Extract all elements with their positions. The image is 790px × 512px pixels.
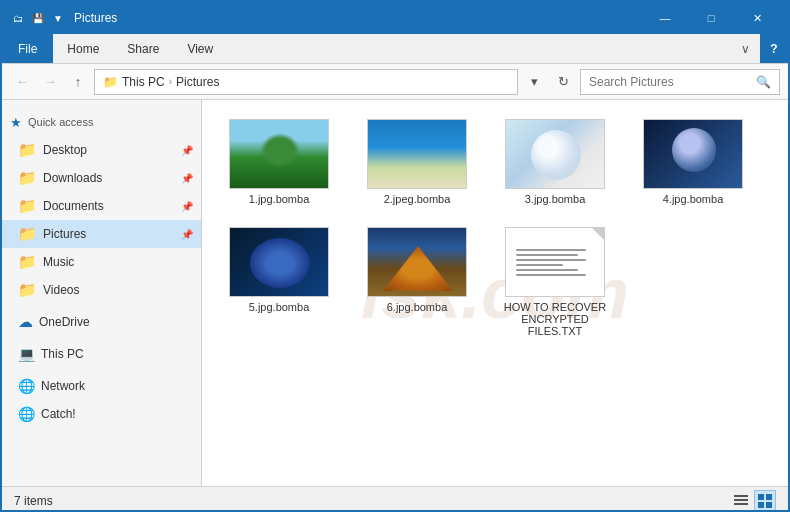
window-title: Pictures: [74, 11, 642, 25]
item-count: 7 items: [14, 494, 730, 508]
home-menu[interactable]: Home: [53, 34, 113, 63]
svg-rect-1: [734, 499, 748, 501]
txt-line: [516, 274, 586, 276]
sidebar-item-network[interactable]: 🌐 Network: [2, 372, 201, 400]
pin-icon-pictures: 📌: [181, 229, 193, 240]
title-bar: 🗂 💾 ▼ Pictures — □ ✕: [2, 2, 788, 34]
sidebar-item-videos[interactable]: 📁 Videos: [2, 276, 201, 304]
txt-line: [516, 249, 586, 251]
minimize-button[interactable]: —: [642, 2, 688, 34]
sidebar: ★ Quick access 📁 Desktop 📌 📁 Downloads 📌…: [2, 100, 202, 486]
status-bar: 7 items: [2, 486, 788, 512]
path-icon: 📁: [103, 75, 118, 89]
svg-rect-4: [766, 494, 772, 500]
path-thispc[interactable]: This PC: [122, 75, 165, 89]
file-label-4: 4.jpg.bomba: [663, 193, 724, 205]
up-button[interactable]: ↑: [66, 70, 90, 94]
sidebar-item-documents[interactable]: 📁 Documents 📌: [2, 192, 201, 220]
txt-icon: [505, 227, 605, 297]
file-label-2: 2.jpeg.bomba: [384, 193, 451, 205]
txt-line: [516, 254, 578, 256]
tile-view-button[interactable]: [754, 490, 776, 512]
txt-line: [516, 269, 578, 271]
folder-music-icon: 📁: [18, 253, 37, 271]
svg-rect-3: [758, 494, 764, 500]
file-item-2[interactable]: 2.jpeg.bomba: [352, 112, 482, 212]
thumbnail-6: [367, 227, 467, 297]
file-item-3[interactable]: 3.jpg.bomba: [490, 112, 620, 212]
save-icon: 💾: [30, 10, 46, 26]
folder-pictures-icon: 📁: [18, 225, 37, 243]
address-path[interactable]: 📁 This PC › Pictures: [94, 69, 518, 95]
search-icon[interactable]: 🔍: [756, 75, 771, 89]
sidebar-item-onedrive[interactable]: ☁ OneDrive: [2, 308, 201, 336]
view-buttons: [730, 490, 776, 512]
folder-downloads-icon: 📁: [18, 169, 37, 187]
share-menu[interactable]: Share: [113, 34, 173, 63]
main-layout: ★ Quick access 📁 Desktop 📌 📁 Downloads 📌…: [2, 100, 788, 486]
sidebar-item-thispc[interactable]: 💻 This PC: [2, 340, 201, 368]
folder-videos-icon: 📁: [18, 281, 37, 299]
search-input[interactable]: [589, 75, 752, 89]
sidebar-item-downloads[interactable]: 📁 Downloads 📌: [2, 164, 201, 192]
computer-icon: 💻: [18, 346, 35, 362]
expand-menu-button[interactable]: ∨: [731, 34, 760, 63]
svg-rect-6: [766, 502, 772, 508]
dropdown-path-button[interactable]: ▾: [522, 70, 546, 94]
catch-icon: 🌐: [18, 406, 35, 422]
sidebar-item-music[interactable]: 📁 Music: [2, 248, 201, 276]
path-pictures[interactable]: Pictures: [176, 75, 219, 89]
folder-icon: 🗂: [10, 10, 26, 26]
pin-icon-documents: 📌: [181, 201, 193, 212]
title-bar-icons: 🗂 💾 ▼: [10, 10, 66, 26]
thumbnail-1: [229, 119, 329, 189]
quick-access-header: ★ Quick access: [2, 108, 201, 136]
back-button[interactable]: ←: [10, 70, 34, 94]
file-item-7[interactable]: HOW TO RECOVER ENCRYPTED FILES.TXT: [490, 220, 620, 344]
pin-icon-downloads: 📌: [181, 173, 193, 184]
cloud-icon: ☁: [18, 313, 33, 331]
thumbnail-5: [229, 227, 329, 297]
file-label-6: 6.jpg.bomba: [387, 301, 448, 313]
content-area: isk.com 1.jpg.bomba 2.jpeg.bomba 3.jpg.b…: [202, 100, 788, 486]
window-controls: — □ ✕: [642, 2, 780, 34]
svg-rect-0: [734, 495, 748, 497]
refresh-button[interactable]: ↻: [550, 69, 576, 95]
txt-line: [516, 264, 563, 266]
forward-button[interactable]: →: [38, 70, 62, 94]
maximize-button[interactable]: □: [688, 2, 734, 34]
file-menu[interactable]: File: [2, 34, 53, 63]
file-item-1[interactable]: 1.jpg.bomba: [214, 112, 344, 212]
file-label-3: 3.jpg.bomba: [525, 193, 586, 205]
svg-rect-2: [734, 503, 748, 505]
address-bar: ← → ↑ 📁 This PC › Pictures ▾ ↻ 🔍: [2, 64, 788, 100]
path-separator-1: ›: [169, 76, 172, 87]
list-view-button[interactable]: [730, 490, 752, 512]
search-box[interactable]: 🔍: [580, 69, 780, 95]
file-label-1: 1.jpg.bomba: [249, 193, 310, 205]
thumbnail-4: [643, 119, 743, 189]
dropdown-icon[interactable]: ▼: [50, 10, 66, 26]
close-button[interactable]: ✕: [734, 2, 780, 34]
txt-line: [516, 259, 586, 261]
view-menu[interactable]: View: [173, 34, 227, 63]
help-button[interactable]: ?: [760, 34, 788, 63]
file-label-7: HOW TO RECOVER ENCRYPTED FILES.TXT: [497, 301, 613, 337]
folder-documents-icon: 📁: [18, 197, 37, 215]
sidebar-item-pictures[interactable]: 📁 Pictures 📌: [2, 220, 201, 248]
network-icon: 🌐: [18, 378, 35, 394]
thumbnail-2: [367, 119, 467, 189]
txt-lines: [506, 239, 604, 286]
file-item-6[interactable]: 6.jpg.bomba: [352, 220, 482, 344]
svg-rect-5: [758, 502, 764, 508]
sidebar-item-desktop[interactable]: 📁 Desktop 📌: [2, 136, 201, 164]
file-item-4[interactable]: 4.jpg.bomba: [628, 112, 758, 212]
menu-bar: File Home Share View ∨ ?: [2, 34, 788, 64]
folder-desktop-icon: 📁: [18, 141, 37, 159]
sidebar-item-catch[interactable]: 🌐 Catch!: [2, 400, 201, 428]
thumbnail-3: [505, 119, 605, 189]
pin-icon: 📌: [181, 145, 193, 156]
star-icon: ★: [10, 115, 22, 130]
file-label-5: 5.jpg.bomba: [249, 301, 310, 313]
file-item-5[interactable]: 5.jpg.bomba: [214, 220, 344, 344]
